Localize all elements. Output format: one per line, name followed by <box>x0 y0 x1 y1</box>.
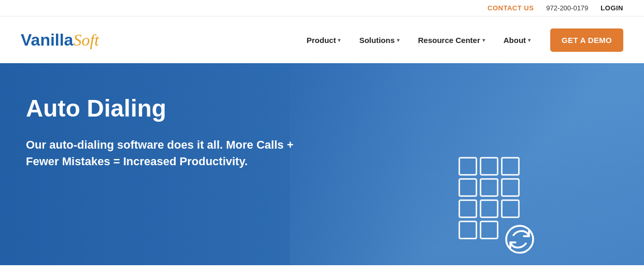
nav-links: Product ▾ Solutions ▾ Resource Center ▾ … <box>299 28 623 52</box>
keypad-key-3 <box>501 157 520 176</box>
nav-about[interactable]: About ▾ <box>496 32 538 49</box>
svg-point-0 <box>506 226 533 253</box>
nav-product[interactable]: Product ▾ <box>299 32 348 49</box>
keypad-key-11 <box>480 221 498 239</box>
keypad-key-2 <box>480 157 498 176</box>
keypad-key-7 <box>459 199 477 218</box>
navbar: Vanilla Soft Product ▾ Solutions ▾ Resou… <box>0 17 644 63</box>
logo-soft-text: Soft <box>73 31 99 50</box>
hero-title: Auto Dialing <box>26 94 337 122</box>
keypad-key-9 <box>501 199 520 218</box>
top-bar: CONTACT US 972-200-0179 LOGIN <box>0 0 644 17</box>
hero-subtitle: Our auto-dialing software does it all. M… <box>26 137 316 170</box>
logo-vanilla-text: Vanilla <box>21 31 73 50</box>
nav-solutions-label: Solutions <box>359 36 394 45</box>
nav-resource-center[interactable]: Resource Center ▾ <box>411 32 492 49</box>
chevron-down-icon: ▾ <box>397 37 399 43</box>
keypad-key-4 <box>459 178 477 197</box>
nav-resource-label: Resource Center <box>418 36 480 45</box>
get-demo-button[interactable]: GET A DEMO <box>550 28 623 52</box>
chevron-down-icon: ▾ <box>528 37 531 43</box>
keypad-key-10 <box>459 221 477 239</box>
contact-us-link[interactable]: CONTACT US <box>488 4 534 12</box>
keypad-key-8 <box>480 199 498 218</box>
refresh-icon <box>504 224 535 255</box>
phone-number: 972-200-0179 <box>546 4 588 12</box>
chevron-down-icon: ▾ <box>482 37 485 43</box>
login-link[interactable]: LOGIN <box>600 4 623 12</box>
hero-content: Auto Dialing Our auto-dialing software d… <box>0 63 363 201</box>
keypad-key-6 <box>501 178 520 197</box>
keypad-key-1 <box>459 157 477 176</box>
logo[interactable]: Vanilla Soft <box>21 31 99 50</box>
keypad-key-5 <box>480 178 498 197</box>
chevron-down-icon: ▾ <box>338 37 340 43</box>
hero-section: Auto Dialing Our auto-dialing software d… <box>0 63 644 265</box>
hero-keypad-icon <box>459 157 520 239</box>
nav-about-label: About <box>504 36 526 45</box>
keypad-grid <box>459 157 520 239</box>
nav-solutions[interactable]: Solutions ▾ <box>352 32 406 49</box>
nav-product-label: Product <box>307 36 336 45</box>
